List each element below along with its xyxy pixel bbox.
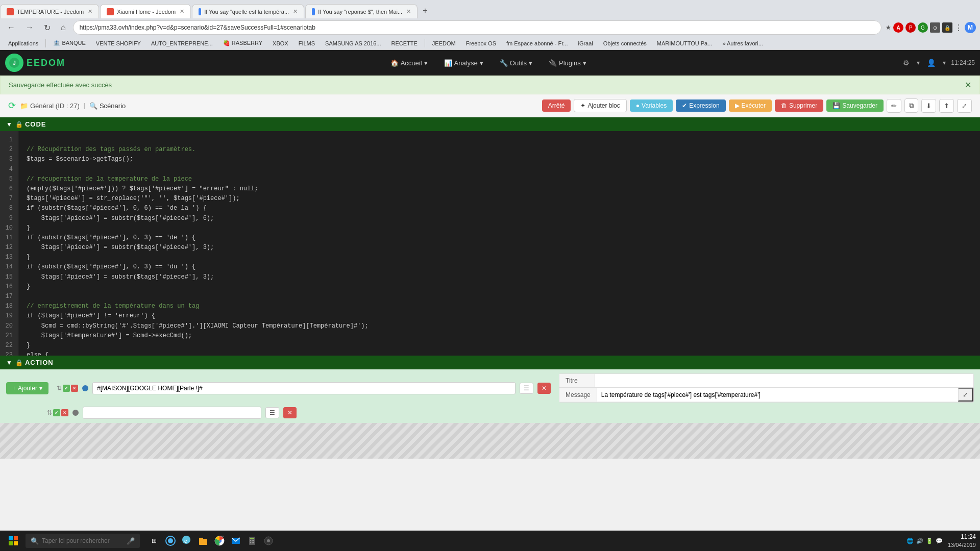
action-add-button[interactable]: + Ajouter ▾ [6,382,48,394]
action-remove-btn-1[interactable]: ✕ [537,383,551,394]
settings-icon[interactable]: ⚙ [901,57,912,69]
arrete-button[interactable]: Arrêté [542,99,571,112]
extension-icon-3: ⊙ [930,22,940,33]
plus-action-icon: + [12,385,16,392]
svg-text:e: e [184,538,187,544]
tab-close-1[interactable]: ✕ [88,8,92,15]
plugins-icon: 🔌 [549,59,557,67]
nav-analyse[interactable]: 📊 Analyse ▾ [437,55,491,71]
user-icon[interactable]: 👤 [925,57,938,69]
bookmark-objets[interactable]: Objets connectés [599,39,651,47]
action-list-btn-1[interactable]: ☰ [520,383,533,394]
success-banner: Sauvegarde effectuée avec succès ✕ [0,76,980,94]
volume-icon[interactable]: 🔊 [916,538,923,544]
mail-icon[interactable] [229,534,243,548]
menu-button[interactable]: ⋮ [954,23,963,33]
taskbar-search-input[interactable] [42,537,124,544]
message-input[interactable] [597,388,958,402]
search-box[interactable]: 🔍 🎤 [26,534,140,548]
action-body: + Ajouter ▾ ⇅ ✔ ✕ ☰ ✕ Titre [0,369,980,423]
breadcrumb-scenario[interactable]: 🔍 Scénario [89,102,126,110]
taskview-icon[interactable]: ⊞ [147,534,161,548]
arrows-icon-2: ⇅ [47,409,52,416]
action-center-icon[interactable]: 💬 [936,538,943,544]
tab-xiaomi[interactable]: Xiaomi Home - Jeedom ✕ [100,4,191,18]
start-button[interactable] [4,532,22,550]
taskbar-right: 🌐 🔊 🔋 💬 11:24 13/04/2019 [906,533,976,549]
bookmark-auto[interactable]: AUTO_ENTREPRENE... [147,39,217,47]
tab-ifttt-1[interactable]: If You say "quelle est la tempéra... ✕ [192,4,304,18]
nav-outils[interactable]: 🔧 Outils ▾ [493,55,540,71]
variables-button[interactable]: ● Variables [630,99,673,112]
new-tab-button[interactable]: + [419,4,431,17]
bookmark-more[interactable]: » Autres favori... [718,39,767,47]
svg-rect-3 [14,536,18,540]
cortana-icon[interactable] [163,534,178,548]
action-input-2[interactable] [83,407,261,419]
adblock-icon: A [893,22,903,33]
network-icon[interactable]: 🌐 [906,538,914,544]
action-list-btn-2[interactable]: ☰ [265,407,279,418]
code-panel-header: ▼ 🔒 CODE [0,117,980,131]
supprimer-button[interactable]: 🗑 Supprimer [775,99,823,112]
executer-button[interactable]: ▶ Exécuter [729,99,772,112]
play-icon: ▶ [735,102,740,109]
action-lock-icon: 🔒 [15,359,23,366]
bookmark-raspberry[interactable]: 🍓 RASBERRY [219,39,266,47]
apps-bookmark[interactable]: Applications [4,39,42,47]
dot-icon: ● [636,102,640,109]
home-button[interactable]: ⌂ [58,21,69,34]
bookmark-shopify[interactable]: VENTE SHOPIFY [92,39,145,47]
code-area[interactable]: 123 456 789 101112 131415 161718 192021 … [0,131,980,356]
reload-button[interactable]: ↻ [41,21,54,35]
jeedom-app: J EEDOM 🏠 Accueil ▾ 📊 Analyse ▾ 🔧 Outils… [0,50,980,459]
titre-input[interactable] [595,374,973,387]
bookmark-banque[interactable]: 🏦 BANQUE [49,39,90,47]
success-close-button[interactable]: ✕ [965,80,971,90]
bookmark-films[interactable]: FILMS [295,39,319,47]
action-dot-1 [82,385,88,391]
bookmark-freebox[interactable]: Freebox OS [462,39,500,47]
nav-accueil[interactable]: 🏠 Accueil ▾ [383,55,435,71]
action-remove-btn-2[interactable]: ✕ [283,407,297,418]
forward-button[interactable]: → [22,21,37,34]
nav-plugins[interactable]: 🔌 Plugins ▾ [542,55,594,71]
outils-icon: 🔧 [500,59,508,67]
file-explorer-icon[interactable] [196,534,210,548]
battery-icon[interactable]: 🔋 [926,538,933,544]
address-input[interactable] [73,20,881,35]
bookmark-igraal[interactable]: iGraal [574,39,597,47]
edge-icon[interactable]: e [180,534,194,548]
bookmark-marimouttou[interactable]: MARIMOUTTOU Pa... [653,39,717,47]
tab-close-3[interactable]: ✕ [293,8,298,15]
chrome-icon[interactable] [212,534,227,548]
action-collapse-icon[interactable]: ▼ [6,359,12,366]
taskbar-icons: ⊞ e [147,534,276,548]
code-collapse-icon[interactable]: ▼ [6,121,12,128]
sauvegarder-button[interactable]: 💾 Sauvegarder [826,99,884,112]
bookmark-espace[interactable]: fm Espace abonné - Fr... [502,39,572,47]
back-button[interactable]: ← [4,21,18,34]
ajouter-bloc-button[interactable]: ✦ Ajouter bloc [574,99,626,112]
tab-close-2[interactable]: ✕ [180,8,184,15]
tab-temperature[interactable]: TEMPERATURE - Jeedom ✕ [0,4,99,18]
message-expand-btn[interactable]: ⤢ [958,388,973,402]
code-content: // Récupération des tags passés en param… [18,131,980,356]
tab-close-4[interactable]: ✕ [406,8,411,15]
bookmark-recette[interactable]: RECETTE [387,39,422,47]
copy-icon-btn[interactable]: ⧉ [904,98,918,113]
download-icon-btn[interactable]: ⬇ [921,99,936,113]
calculator-icon[interactable] [245,534,259,548]
tab-ifttt-2[interactable]: If You say "reponse $", then Mai... ✕ [305,4,418,18]
expand-icon-btn[interactable]: ⤢ [957,99,972,113]
bookmark-xbox[interactable]: XBOX [268,39,292,47]
bookmark-samsung[interactable]: SAMSUNG AS 2016... [321,39,385,47]
action-input-1[interactable] [92,382,516,394]
upload-icon-btn[interactable]: ⬆ [939,99,954,113]
bookmark-jeedom[interactable]: JEEDOM [428,39,460,47]
edit-icon-btn[interactable]: ✏ [887,99,901,113]
media-icon[interactable] [261,534,276,548]
breadcrumb-general[interactable]: 📁 Général (ID : 27) [20,102,80,110]
star-icon[interactable]: ★ [886,24,891,31]
expression-button[interactable]: ✔ Expression [676,99,725,112]
